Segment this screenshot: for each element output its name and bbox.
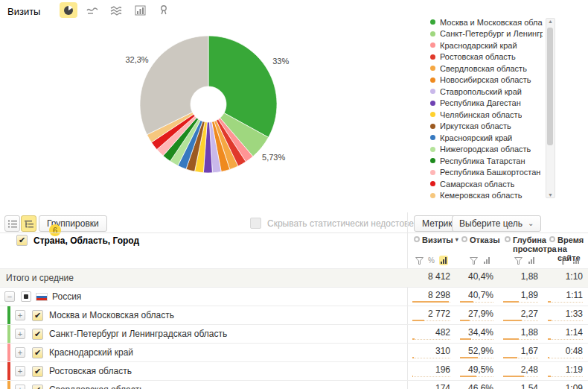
value-bar-track bbox=[548, 337, 583, 340]
legend-label: Республика Татарстан bbox=[440, 156, 525, 165]
legend-item[interactable]: Челябинская область bbox=[430, 109, 543, 121]
metric-cell: 1:09 bbox=[543, 381, 588, 389]
expand-button[interactable]: + bbox=[15, 385, 25, 389]
legend-item[interactable]: Красноярский край bbox=[430, 132, 543, 144]
scroll-down-icon[interactable]: ▼ bbox=[546, 192, 555, 197]
legend-dot-icon bbox=[430, 170, 435, 175]
region-label[interactable]: Москва и Московская область bbox=[49, 310, 174, 320]
region-label[interactable]: Свердловская область bbox=[49, 385, 144, 389]
row-checkbox[interactable]: ✔ bbox=[32, 385, 43, 389]
value-bar bbox=[503, 320, 522, 321]
column-filters: % bbox=[408, 256, 588, 265]
metric-value: 52,9% bbox=[468, 346, 493, 356]
value-bar-track bbox=[460, 355, 493, 358]
row-checkbox[interactable]: ✔ bbox=[32, 347, 43, 358]
legend-item[interactable]: Ростовская область bbox=[430, 51, 543, 63]
value-bar bbox=[548, 376, 551, 377]
filter-funnel-icon[interactable] bbox=[470, 257, 478, 265]
hide-inaccurate-checkbox[interactable] bbox=[250, 218, 261, 229]
value-bar-track bbox=[460, 374, 493, 377]
line-chart-button[interactable] bbox=[83, 2, 101, 18]
value-bar-track bbox=[412, 318, 450, 321]
bars-view-icon[interactable] bbox=[482, 256, 491, 265]
bars-view-icon[interactable] bbox=[527, 256, 536, 265]
legend-item[interactable]: Самарская область bbox=[430, 178, 543, 190]
legend-item[interactable]: Кемеровская область bbox=[430, 190, 543, 202]
list-view-button[interactable] bbox=[4, 215, 20, 232]
legend-item[interactable]: Москва и Московская область bbox=[430, 16, 543, 28]
metric-cell: 2 772 bbox=[408, 306, 456, 324]
value-bar-track bbox=[503, 300, 538, 303]
filter-funnel-icon[interactable] bbox=[415, 257, 424, 265]
legend-dot-icon bbox=[430, 124, 435, 129]
expand-button[interactable]: + bbox=[15, 310, 25, 320]
percent-view-icon[interactable]: % bbox=[428, 256, 435, 265]
filter-funnel-icon[interactable] bbox=[514, 257, 523, 265]
grouping-checkbox[interactable]: ✔ bbox=[16, 235, 28, 246]
legend-item[interactable]: Иркутская область bbox=[430, 121, 543, 133]
map-button[interactable] bbox=[155, 2, 173, 18]
stacked-chart-button[interactable] bbox=[107, 2, 125, 18]
region-label[interactable]: Ростовская область bbox=[49, 366, 132, 376]
columns-chart-button[interactable] bbox=[131, 2, 149, 18]
pie-percpanel-label: 32,3% bbox=[125, 55, 148, 64]
region-label[interactable]: Санкт-Петербург и Ленинградская область bbox=[49, 329, 227, 339]
metric-cell: 8 298 bbox=[408, 288, 456, 306]
legend-dot-icon bbox=[430, 158, 435, 163]
legend-label: Ставропольский край bbox=[440, 87, 522, 96]
expand-button[interactable]: + bbox=[15, 347, 25, 358]
value-bar-track bbox=[548, 355, 583, 358]
metric-cell: 1,88 bbox=[499, 269, 543, 287]
collapse-button[interactable]: − bbox=[4, 291, 15, 302]
legend-item[interactable]: Ставропольский край bbox=[430, 86, 543, 98]
row-checkbox[interactable]: ✔ bbox=[32, 329, 43, 340]
select-goal-dropdown[interactable]: Выберите цель ⌄ bbox=[452, 215, 541, 232]
country-label[interactable]: Россия bbox=[52, 291, 81, 302]
russia-flag-icon bbox=[36, 293, 48, 301]
legend-item[interactable]: Санкт-Петербург и Ленинградская об... bbox=[430, 28, 543, 40]
expand-button[interactable]: + bbox=[15, 366, 25, 376]
pie-chart-button[interactable] bbox=[60, 2, 77, 18]
legend-scrollbar-thumb[interactable] bbox=[547, 28, 553, 145]
bars-view-icon[interactable] bbox=[439, 256, 448, 265]
metric-value: 1:10 bbox=[566, 271, 583, 282]
value-bar bbox=[412, 357, 414, 358]
metric-cell: 49,5% bbox=[456, 362, 499, 380]
legend-item[interactable]: Свердловская область bbox=[430, 63, 543, 75]
tree-view-button[interactable] bbox=[21, 215, 36, 232]
bars-view-icon[interactable] bbox=[572, 256, 581, 265]
grouping-header: ✔ Страна, Область, Город bbox=[16, 235, 139, 246]
metric-cell: 1:11 bbox=[543, 288, 588, 306]
region-color-bar bbox=[7, 381, 10, 389]
table-row: −Россия8 29840,7%1,891:11 bbox=[0, 287, 588, 306]
value-bar-track bbox=[503, 355, 538, 358]
table-row: +✔Свердловская область17446,6%1,541:09 bbox=[0, 380, 588, 389]
scroll-up-icon[interactable]: ▲ bbox=[546, 19, 555, 24]
filter-funnel-icon[interactable] bbox=[559, 257, 567, 265]
metric-value: 8 412 bbox=[428, 271, 450, 282]
legend: Москва и Московская областьСанкт-Петербу… bbox=[430, 16, 543, 201]
region-label[interactable]: Краснодарский край bbox=[49, 347, 133, 358]
select-all-checkbox[interactable] bbox=[21, 291, 31, 302]
expand-button[interactable]: + bbox=[15, 329, 25, 339]
legend-dot-icon bbox=[430, 66, 435, 71]
totals-row: Итого и средние8 41240,4%1,881:10 bbox=[0, 268, 588, 287]
legend-item[interactable]: Республика Татарстан bbox=[430, 155, 543, 167]
legend-item[interactable]: Новосибирская область bbox=[430, 75, 543, 86]
legend-scrollbar[interactable]: ▲ ▼ bbox=[546, 18, 555, 198]
legend-item[interactable]: Республика Дагестан bbox=[430, 98, 543, 110]
legend-item[interactable]: Нижегородская область bbox=[430, 144, 543, 156]
value-bar-track bbox=[548, 318, 583, 321]
value-bar bbox=[548, 357, 549, 358]
row-checkbox[interactable]: ✔ bbox=[32, 366, 43, 377]
metric-cell: 34,4% bbox=[456, 325, 499, 343]
metric-value: 1:14 bbox=[566, 327, 583, 338]
value-bar-track bbox=[412, 355, 450, 358]
legend-item[interactable]: Республика Башкортостан bbox=[430, 167, 543, 179]
value-bar bbox=[412, 301, 449, 303]
stacked-chart-icon bbox=[110, 5, 122, 16]
metric-cell: 1,54 bbox=[499, 381, 543, 389]
metric-value: 40,4% bbox=[468, 271, 493, 282]
legend-item[interactable]: Краснодарский край bbox=[430, 39, 543, 51]
row-checkbox[interactable]: ✔ bbox=[32, 310, 43, 321]
